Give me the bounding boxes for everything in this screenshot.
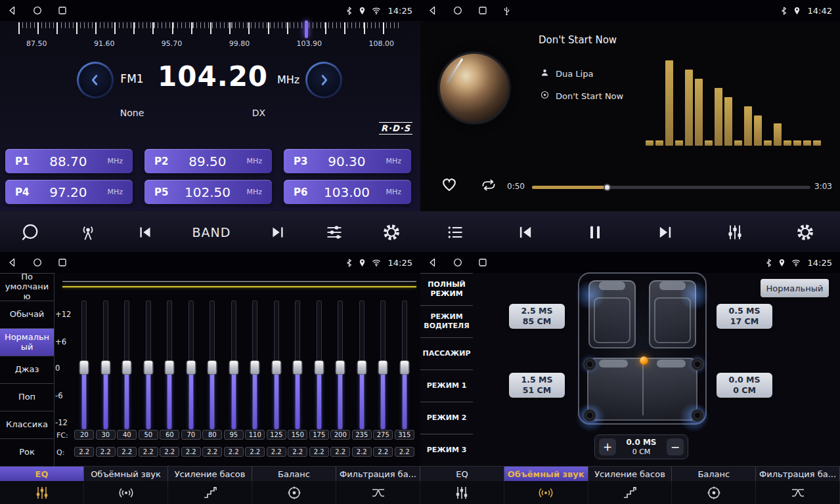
tab-surround-icon-button[interactable] (504, 481, 588, 504)
preset-button-p6[interactable]: P6103.00MHz (284, 180, 411, 204)
eq-band-slider[interactable] (309, 301, 330, 429)
slider-handle[interactable] (250, 360, 260, 375)
back-button[interactable] (8, 258, 17, 267)
tab-eq-icon-button[interactable] (420, 481, 504, 504)
eq-band-slider[interactable] (95, 301, 117, 429)
eq-band-slider[interactable] (223, 301, 245, 429)
eq-preset-jazz[interactable]: Джаз (0, 356, 54, 384)
tab-bass-boost-icon-button[interactable] (588, 481, 673, 504)
slider-handle[interactable] (143, 360, 153, 375)
audio-mixer-button[interactable] (325, 223, 343, 242)
mode-full[interactable]: ПОЛНЫЙ РЕЖИМ (420, 274, 473, 306)
speaker-rear-left[interactable] (583, 409, 596, 422)
mode-passenger[interactable]: ПАССАЖИР (420, 338, 473, 370)
frequency-scale[interactable] (18, 22, 402, 38)
tab-surround-icon-button[interactable] (84, 481, 168, 504)
eq-band-slider[interactable] (138, 301, 160, 429)
seek-bar[interactable] (532, 186, 810, 189)
slider-handle[interactable] (79, 360, 89, 375)
slider-handle[interactable] (186, 360, 196, 375)
tab-eq[interactable]: EQ (0, 467, 84, 482)
eq-band-slider[interactable] (287, 301, 309, 429)
band-button[interactable]: BAND (192, 225, 231, 240)
tab-bass-boost-icon-button[interactable] (168, 481, 252, 504)
slider-handle[interactable] (357, 360, 366, 375)
slider-handle[interactable] (314, 360, 324, 375)
eq-preset-normal[interactable]: Нормальный (0, 329, 54, 356)
slider-handle[interactable] (378, 360, 388, 375)
speaker-front-left[interactable] (583, 358, 596, 371)
tab-balance[interactable]: Баланс (252, 467, 336, 482)
settings-button[interactable] (796, 223, 814, 242)
tab-bass-boost[interactable]: Усиление басов (168, 467, 252, 482)
increase-delay-button[interactable]: + (599, 438, 616, 455)
slider-handle[interactable] (293, 360, 303, 375)
delay-front-left-button[interactable]: 2.5 MS85 CM (509, 304, 565, 329)
stage-preset-button[interactable]: Нормальный (761, 279, 829, 297)
album-art[interactable] (438, 52, 510, 124)
next-station-button[interactable] (269, 224, 286, 241)
eq-band-slider[interactable] (181, 301, 202, 429)
tab-filter-icon-button[interactable] (756, 481, 840, 504)
equalizer-button[interactable] (726, 223, 744, 242)
eq-preset-default[interactable]: По умолчанию (0, 274, 54, 301)
listener-position-dot[interactable] (640, 356, 648, 365)
delay-rear-right-button[interactable]: 0.0 MS0 CM (717, 373, 772, 398)
mode-driver[interactable]: РЕЖИМ ВОДИТЕЛЯ (420, 306, 473, 338)
eq-band-slider[interactable] (159, 301, 181, 429)
progress-thumb[interactable] (604, 184, 611, 191)
eq-band-slider[interactable] (351, 301, 373, 429)
preset-button-p5[interactable]: P5102.50MHz (144, 180, 272, 204)
tab-filter[interactable]: Фильтрация ба... (336, 467, 420, 482)
slider-handle[interactable] (165, 360, 175, 375)
eq-band-slider[interactable] (202, 301, 223, 429)
slider-handle[interactable] (208, 360, 217, 375)
next-track-button[interactable] (656, 223, 674, 242)
tab-eq[interactable]: EQ (420, 467, 504, 482)
tab-surround[interactable]: Объёмный звук (84, 467, 168, 482)
eq-band-slider[interactable] (394, 301, 416, 429)
tab-balance[interactable]: Баланс (672, 467, 756, 482)
slider-handle[interactable] (229, 360, 238, 375)
recents-button[interactable] (478, 258, 487, 267)
recents-button[interactable] (58, 258, 67, 267)
back-button[interactable] (8, 6, 17, 15)
preset-button-p2[interactable]: P289.50MHz (144, 149, 272, 173)
home-button[interactable] (33, 258, 42, 267)
mode-3[interactable]: РЕЖИМ 3 (420, 434, 473, 467)
home-button[interactable] (453, 6, 462, 15)
eq-band-slider[interactable] (244, 301, 266, 429)
speaker-rear-right[interactable] (691, 409, 704, 422)
eq-preset-pop[interactable]: Поп (0, 384, 54, 411)
preset-button-p4[interactable]: P497.20MHz (5, 180, 133, 204)
recents-button[interactable] (478, 6, 487, 15)
mode-1[interactable]: РЕЖИМ 1 (420, 370, 473, 402)
repeat-button[interactable] (479, 178, 498, 194)
eq-band-slider[interactable] (266, 301, 288, 429)
slider-handle[interactable] (336, 360, 345, 375)
delay-front-right-button[interactable]: 0.5 MS17 CM (717, 304, 772, 329)
slider-handle[interactable] (399, 360, 409, 375)
tab-surround[interactable]: Объёмный звук (504, 467, 588, 482)
tab-balance-icon-button[interactable] (672, 481, 756, 504)
tab-filter-icon-button[interactable] (336, 481, 420, 504)
eq-preset-custom[interactable]: Обычай (0, 301, 54, 329)
home-button[interactable] (453, 258, 462, 267)
settings-button[interactable] (382, 223, 401, 242)
tab-eq-icon-button[interactable] (0, 481, 84, 504)
speaker-front-right[interactable] (691, 358, 704, 371)
home-button[interactable] (33, 6, 42, 15)
decrease-delay-button[interactable]: − (667, 438, 684, 455)
back-button[interactable] (428, 6, 437, 15)
eq-band-slider[interactable] (116, 301, 138, 429)
previous-station-button[interactable] (137, 224, 154, 241)
eq-band-slider[interactable] (74, 301, 95, 429)
previous-track-button[interactable] (516, 223, 535, 242)
eq-band-slider[interactable] (330, 301, 351, 429)
recents-button[interactable] (58, 6, 67, 15)
scan-button[interactable] (20, 222, 39, 242)
tab-bass-boost[interactable]: Усиление басов (588, 467, 673, 482)
tab-balance-icon-button[interactable] (252, 481, 336, 504)
mode-2[interactable]: РЕЖИМ 2 (420, 402, 473, 434)
slider-handle[interactable] (100, 360, 110, 375)
